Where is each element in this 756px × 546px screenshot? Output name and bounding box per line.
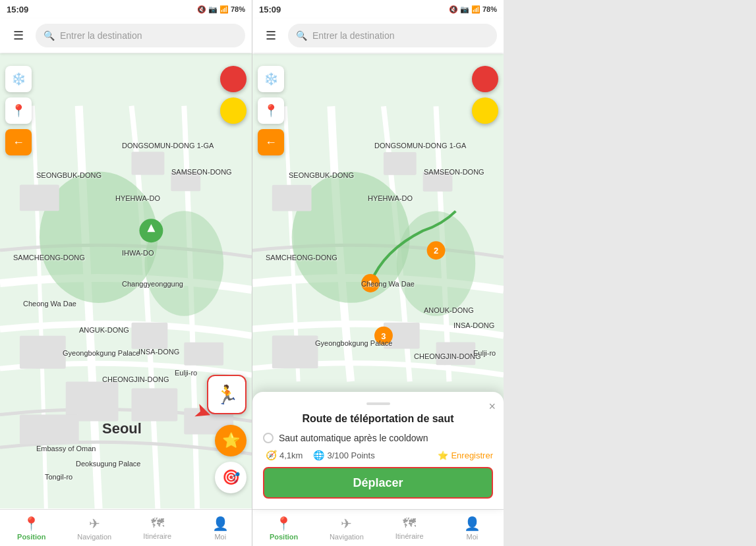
search-icon-2: 🔍 bbox=[296, 30, 307, 41]
points-icon-2: 🌐 bbox=[313, 450, 324, 460]
svg-rect-5 bbox=[171, 171, 200, 191]
nav-itineraire-2[interactable]: 🗺 Itinéraire bbox=[378, 510, 441, 546]
search-wrapper-1[interactable]: 🔍 Entrer la destination bbox=[36, 24, 245, 47]
svg-rect-7 bbox=[131, 323, 167, 349]
teleport-modal-2: Route de téléportation de saut × Saut au… bbox=[252, 392, 504, 509]
bottom-nav-1: 📍 Position ✈ Navigation 🗺 Itinéraire 👤 M… bbox=[0, 509, 252, 546]
points-info-2: 🌐 3/100 Points bbox=[313, 450, 374, 460]
nav-moi-2[interactable]: 👤 Moi bbox=[441, 510, 504, 546]
modal-handle-2 bbox=[366, 402, 390, 405]
map-buttons-left-1: ❄️ 📍 ← bbox=[5, 66, 32, 155]
search-placeholder-1: Entrer la destination bbox=[60, 30, 142, 41]
svg-rect-20 bbox=[423, 172, 453, 192]
svg-rect-8 bbox=[184, 342, 223, 366]
svg-text:3: 3 bbox=[381, 331, 386, 341]
nav-moi-1[interactable]: 👤 Moi bbox=[189, 510, 252, 546]
svg-rect-21 bbox=[272, 336, 318, 369]
status-icons-1: 🔇 📷 📶 78% bbox=[197, 5, 245, 14]
back-btn[interactable]: ← bbox=[5, 129, 32, 155]
star-btn[interactable]: ⭐ bbox=[215, 425, 247, 456]
auto-jump-label: Saut automatique après le cooldown bbox=[279, 433, 428, 443]
nav-itineraire-1[interactable]: 🗺 Itinéraire bbox=[126, 510, 189, 546]
search-wrapper-2[interactable]: 🔍 Entrer la destination bbox=[288, 24, 497, 47]
modal-option-2: Saut automatique après le cooldown bbox=[263, 433, 493, 443]
panel-1: 15:09 🔇 📷 📶 78% ☰ 🔍 Entrer la destinatio… bbox=[0, 0, 252, 546]
svg-rect-23 bbox=[436, 342, 476, 366]
menu-button-2[interactable]: ☰ bbox=[259, 24, 283, 47]
location-btn-2[interactable]: 📍 bbox=[258, 97, 284, 124]
itineraire-icon-2: 🗺 bbox=[403, 516, 416, 531]
nav-position-2[interactable]: 📍 Position bbox=[252, 510, 315, 546]
svg-text:2: 2 bbox=[434, 246, 438, 256]
svg-rect-18 bbox=[272, 185, 312, 211]
time-1: 15:09 bbox=[7, 5, 28, 14]
search-bar-2: ☰ 🔍 Entrer la destination bbox=[252, 18, 504, 53]
navigation-icon-2: ✈ bbox=[341, 516, 352, 532]
distance-info-2: 🧭 4,1km bbox=[266, 450, 303, 460]
gold-circle-btn[interactable] bbox=[220, 97, 247, 124]
red-circle-btn-2[interactable] bbox=[472, 66, 498, 92]
menu-button-1[interactable]: ☰ bbox=[7, 24, 30, 47]
position-icon-2: 📍 bbox=[276, 516, 292, 532]
back-btn-2[interactable]: ← bbox=[258, 129, 284, 155]
gold-circle-btn-2[interactable] bbox=[472, 97, 498, 124]
svg-rect-4 bbox=[131, 152, 164, 175]
status-bar-2: 15:09 🔇 📷 📶 78% bbox=[252, 0, 504, 18]
svg-rect-3 bbox=[20, 184, 59, 211]
search-bar-1: ☰ 🔍 Entrer la destination bbox=[0, 18, 252, 53]
nav-navigation-2[interactable]: ✈ Navigation bbox=[315, 510, 378, 546]
position-icon-1: 📍 bbox=[23, 516, 40, 532]
modal-info-row-2: 🧭 4,1km 🌐 3/100 Points ⭐ Enregistrer bbox=[263, 450, 493, 460]
itineraire-icon-1: 🗺 bbox=[151, 516, 164, 531]
navigation-icon-1: ✈ bbox=[89, 516, 100, 532]
map-1[interactable]: DONGSOMUN-DONG 1-GA SEONGBUK-DONG SAMSEO… bbox=[0, 53, 252, 509]
modal-close-2[interactable]: × bbox=[488, 400, 496, 414]
save-info-2: ⭐ Enregistrer bbox=[438, 450, 493, 460]
location-btn[interactable]: 📍 bbox=[5, 97, 32, 124]
search-icon-1: 🔍 bbox=[44, 30, 55, 41]
snowflake-btn[interactable]: ❄️ bbox=[5, 66, 32, 92]
bottom-nav-2: 📍 Position ✈ Navigation 🗺 Itinéraire 👤 M… bbox=[252, 509, 504, 546]
svg-rect-10 bbox=[131, 389, 177, 422]
svg-rect-19 bbox=[384, 152, 417, 175]
svg-point-17 bbox=[397, 211, 475, 316]
map-buttons-right-1 bbox=[220, 66, 247, 124]
red-circle-btn[interactable] bbox=[220, 66, 247, 92]
distance-icon-2: 🧭 bbox=[266, 450, 277, 460]
modal-title-2: Route de téléportation de saut bbox=[263, 413, 493, 425]
radio-btn-2[interactable] bbox=[263, 433, 274, 443]
svg-text:1: 1 bbox=[368, 279, 372, 288]
nav-navigation-1[interactable]: ✈ Navigation bbox=[63, 510, 127, 546]
status-bar-1: 15:09 🔇 📷 📶 78% bbox=[0, 0, 252, 18]
svg-rect-6 bbox=[20, 336, 66, 369]
map-svg-1 bbox=[0, 53, 252, 509]
svg-rect-11 bbox=[20, 414, 79, 444]
save-btn-2[interactable]: Enregistrer bbox=[451, 450, 493, 460]
status-icons-2: 🔇 📷 📶 78% bbox=[449, 5, 497, 14]
moi-icon-1: 👤 bbox=[212, 516, 229, 532]
map-buttons-left-2: ❄️ 📍 ← bbox=[258, 66, 284, 155]
nav-position-1[interactable]: 📍 Position bbox=[0, 510, 63, 546]
move-btn-2[interactable]: Déplacer bbox=[263, 467, 493, 499]
map-buttons-right-2 bbox=[472, 66, 498, 124]
search-placeholder-2: Entrer la destination bbox=[312, 30, 395, 41]
time-2: 15:09 bbox=[259, 5, 281, 14]
compass-btn[interactable]: 🎯 bbox=[215, 462, 247, 493]
snowflake-btn-2[interactable]: ❄️ bbox=[258, 66, 284, 92]
panel-2: 15:09 🔇 📷 📶 78% ☰ 🔍 Entrer la destinatio… bbox=[252, 0, 504, 546]
moi-icon-2: 👤 bbox=[464, 516, 480, 532]
